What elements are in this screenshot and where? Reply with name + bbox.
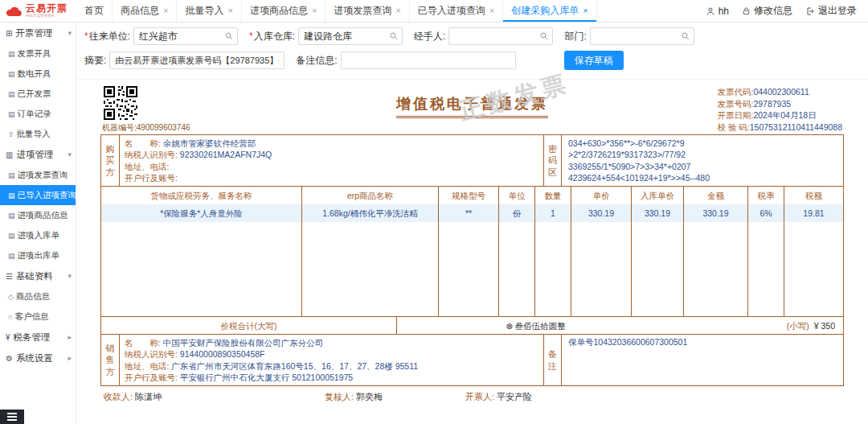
lock-icon	[742, 6, 751, 16]
sidebar-collapse-toggle[interactable]	[0, 410, 24, 424]
buyer-taxid-label: 纳税人识别号:	[125, 150, 178, 159]
tab-home[interactable]: 首页	[76, 0, 113, 22]
sidebar-section-basic-data[interactable]: ☰ 基础资料 ▾	[0, 266, 76, 286]
reviewer-label: 复核人:	[325, 392, 354, 401]
sidebar-item-issued-invoices[interactable]: ▤已开发票	[0, 84, 76, 104]
column-header: 规格型号	[439, 187, 498, 204]
sidebar-section-tax-management[interactable]: ¥ 税务管理 ▸	[0, 327, 76, 348]
tax-icon: ¥	[6, 333, 10, 342]
sidebar-item-input-delivery[interactable]: ▤进项出库单	[0, 245, 76, 266]
sidebar-item-imported-input-query[interactable]: ▤已导入进项查询	[0, 185, 76, 205]
modify-info-button[interactable]: 修改信息	[742, 4, 792, 18]
tab-create-purchase-order[interactable]: 创建采购入库单×	[503, 0, 596, 22]
seller-name: 中国平安财产保险股份有限公司广东分公司	[163, 338, 324, 348]
search-icon[interactable]	[389, 31, 399, 41]
seller-section: 销售方 名 称: 中国平安财产保险股份有限公司广东分公司 纳税人识别号: 914…	[101, 335, 843, 385]
tab-close-icon[interactable]: ×	[163, 6, 168, 15]
sidebar-item-batch-import[interactable]: ⇪批量导入	[0, 124, 76, 144]
tab-close-icon[interactable]: ×	[227, 6, 232, 15]
sidebar-item-order-records[interactable]: ▤订单记录	[0, 104, 76, 124]
cell-amount: 330.19	[684, 204, 747, 222]
invoice-items-table: 货物或应税劳务、服务名称*保险服务*人身意外险 erp商品名称1.68kg/桶伟…	[101, 187, 843, 317]
tab-label: 进项发票查询	[334, 4, 391, 18]
tab-product-info[interactable]: 商品信息×	[113, 0, 177, 22]
app-tagline: 智能开票管理系统	[26, 14, 63, 19]
invoice-date-label: 开票日期:	[718, 110, 754, 120]
handler-label: 经手人:	[414, 30, 445, 43]
item-label: 商品信息	[16, 291, 50, 303]
tab-input-invoice-query[interactable]: 进项发票查询×	[326, 0, 409, 22]
department-label: 部门:	[564, 30, 586, 43]
buyer-name-label: 名 称:	[125, 138, 161, 148]
buyer-address-label: 地址、电话:	[125, 162, 169, 171]
department-input-wrap	[590, 27, 694, 45]
column-header: 数量	[535, 187, 571, 204]
tab-label: 商品信息	[121, 4, 159, 18]
invoice-checksum: 15075312110411449088	[750, 122, 842, 132]
issuer-label: 开票人:	[465, 392, 494, 401]
tab-label: 已导入进项查询	[418, 4, 485, 18]
user-menu[interactable]: hh	[706, 6, 729, 17]
tab-close-icon[interactable]: ×	[489, 6, 494, 15]
tab-input-product-info[interactable]: 进项商品信息×	[242, 0, 326, 22]
sidebar-item-input-invoice-query[interactable]: ▤进项发票查询	[0, 165, 76, 185]
top-bar: 云易开票 智能开票管理系统 首页 商品信息× 批量导入× 进项商品信息× 进项发…	[0, 0, 868, 23]
seller-address: 广东省广州市天河区体育东路160号15、16、17、27、28楼 95511	[171, 361, 418, 371]
section-label: 系统设置	[16, 352, 53, 364]
product-icon: ◇	[8, 293, 14, 301]
buyer-bank-label: 开户行及账号:	[125, 173, 178, 183]
sidebar-item-customer-info[interactable]: ○客户信息	[0, 307, 76, 327]
partner-input-wrap	[133, 27, 238, 45]
password-line: >2*2/3726219*9317323>/77/92	[568, 149, 837, 160]
search-icon[interactable]	[681, 31, 690, 41]
anti-fake-symbol: ⊗	[506, 321, 514, 331]
sidebar-item-digital-issue[interactable]: ▤数电开具	[0, 64, 76, 84]
tab-close-icon[interactable]: ×	[312, 6, 317, 15]
tab-close-icon[interactable]: ×	[395, 6, 400, 15]
invoice-body: 购买方 名 称: 余姚市管家婆软件经营部 纳税人识别号: 92330261MA2…	[100, 134, 844, 386]
exit-icon	[805, 6, 815, 16]
search-icon[interactable]	[224, 31, 234, 41]
handler-input[interactable]	[448, 27, 553, 45]
sidebar-item-product-info[interactable]: ◇商品信息	[0, 286, 76, 307]
sidebar-section-input-management[interactable]: ▥ 进项管理 ▾	[0, 144, 76, 165]
remark-side-label: 备注	[543, 335, 562, 385]
item-label: 已开发票	[18, 89, 51, 100]
input-management-icon: ▥	[6, 150, 13, 159]
save-draft-button[interactable]: 保存草稿	[564, 51, 624, 70]
sidebar-item-input-receipt[interactable]: ▤进项入库单	[0, 225, 76, 245]
chevron-down-icon: ▾	[68, 29, 72, 37]
tab-imported-input-query[interactable]: 已导入进项查询×	[410, 0, 503, 22]
main-content: *往来单位: *入库仓库: 经手人: 部门:	[76, 23, 868, 424]
sidebar-section-invoice-management[interactable]: ⊞ 开票管理 ▾	[0, 23, 76, 43]
logout-button[interactable]: 退出登录	[805, 4, 857, 18]
column-spec: 规格型号**	[439, 187, 499, 316]
department-input[interactable]	[590, 27, 694, 45]
seller-address-label: 地址、电话:	[125, 361, 169, 371]
chevron-down-icon: ▾	[68, 272, 72, 280]
remark-input[interactable]	[341, 51, 516, 69]
document-icon: ▤	[8, 232, 15, 240]
search-icon[interactable]	[539, 31, 549, 41]
item-label: 数电开具	[18, 68, 51, 80]
tab-close-icon[interactable]: ×	[583, 6, 588, 15]
document-icon: ▤	[8, 212, 15, 220]
document-icon: ▤	[8, 252, 15, 260]
sidebar-item-invoice-issue[interactable]: ▤发票开具	[0, 43, 76, 64]
seller-name-label: 名 称:	[125, 338, 161, 348]
invoice-date: 2024年04月18日	[753, 110, 816, 120]
summary-input[interactable]	[109, 51, 285, 69]
cell-unit: 份	[499, 204, 534, 222]
column-header: 单价	[571, 187, 631, 204]
column-header: 税额	[784, 187, 843, 204]
tab-batch-import[interactable]: 批量导入×	[177, 0, 241, 22]
payee-label: 收款人:	[104, 392, 133, 401]
partner-input[interactable]	[133, 27, 238, 45]
password-line: 4239624+554<101924+19*>>45--480	[568, 172, 837, 183]
invoice-footer: 收款人:陈潇坤 复核人:郭奕梅 开票人:平安产险	[100, 386, 844, 405]
required-mark: *	[249, 31, 253, 42]
sidebar-item-input-product-info[interactable]: ▤进项商品信息	[0, 205, 76, 225]
sidebar-section-system-settings[interactable]: ⚙ 系统设置 ▸	[0, 348, 76, 368]
warehouse-input[interactable]	[298, 27, 403, 45]
chevron-right-icon: ▸	[68, 333, 72, 341]
